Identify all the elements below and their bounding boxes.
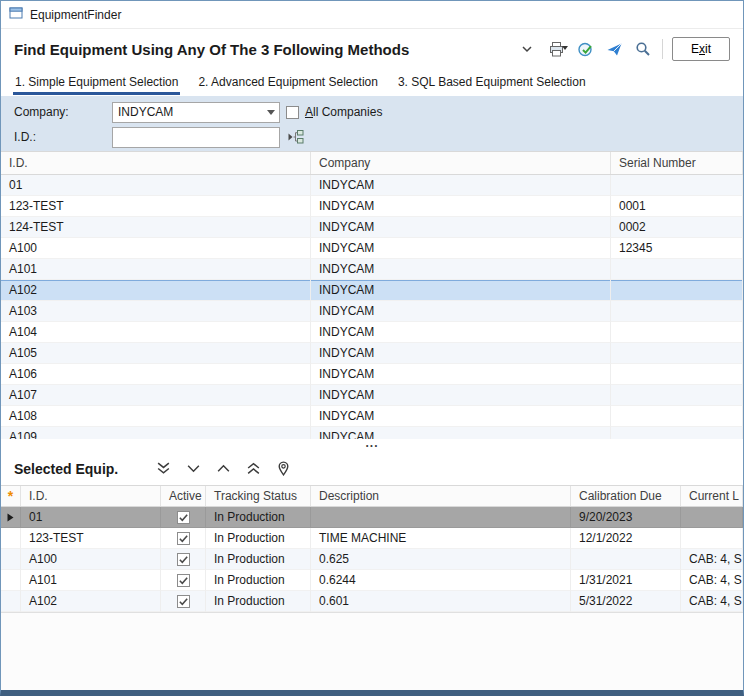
cell-active[interactable] xyxy=(161,549,206,570)
exit-button[interactable]: Exit xyxy=(672,37,730,61)
id-input[interactable] xyxy=(112,127,280,148)
cell-current-location[interactable]: CAB: 4, SH xyxy=(681,570,743,591)
all-companies-checkbox[interactable] xyxy=(286,106,299,119)
cell-active[interactable] xyxy=(161,528,206,549)
equipment-row-A101[interactable]: A101INDYCAM xyxy=(1,259,743,280)
cell-serial-number[interactable] xyxy=(611,175,743,196)
selected-row-A101[interactable]: A101In Production0.62441/31/2021CAB: 4, … xyxy=(1,570,743,591)
move-all-up-icon[interactable] xyxy=(242,458,264,480)
cell-id[interactable]: A102 xyxy=(1,280,311,301)
print-icon[interactable] xyxy=(546,39,566,59)
column-header-company[interactable]: Company xyxy=(311,152,611,174)
chevron-down-icon[interactable] xyxy=(517,39,537,59)
cell-serial-number[interactable] xyxy=(611,322,743,343)
active-checkbox[interactable] xyxy=(177,553,190,566)
cell-serial-number[interactable] xyxy=(611,427,743,439)
cell-id[interactable]: A109 xyxy=(1,427,311,439)
equipment-row-A108[interactable]: A108INDYCAM xyxy=(1,406,743,427)
equipment-row-A106[interactable]: A106INDYCAM xyxy=(1,364,743,385)
cell-description[interactable]: 0.601 xyxy=(311,591,571,612)
cell-description[interactable] xyxy=(311,507,571,528)
column-header-id[interactable]: I.D. xyxy=(21,486,161,506)
cell-company[interactable]: INDYCAM xyxy=(311,364,611,385)
cell-calibration-due[interactable]: 5/31/2022 xyxy=(571,591,681,612)
equipment-row-01[interactable]: 01INDYCAM xyxy=(1,175,743,196)
equipment-row-A100[interactable]: A100INDYCAM12345 xyxy=(1,238,743,259)
grid-splitter-handle[interactable]: ... xyxy=(1,439,743,452)
cell-tracking-status[interactable]: In Production xyxy=(206,507,311,528)
cell-id[interactable]: A105 xyxy=(1,343,311,364)
tab-sql-based-equipment-selection[interactable]: 3. SQL Based Equipment Selection xyxy=(396,71,588,96)
cell-calibration-due[interactable]: 12/1/2022 xyxy=(571,528,681,549)
cell-serial-number[interactable] xyxy=(611,364,743,385)
cell-current-location[interactable]: CAB: 4, SH xyxy=(681,591,743,612)
column-header-id[interactable]: I.D. xyxy=(1,152,311,174)
cell-id[interactable]: 01 xyxy=(1,175,311,196)
cell-serial-number[interactable]: 0001 xyxy=(611,196,743,217)
cell-serial-number[interactable] xyxy=(611,406,743,427)
tab-advanced-equipment-selection[interactable]: 2. Advanced Equipment Selection xyxy=(196,71,379,96)
cell-company[interactable]: INDYCAM xyxy=(311,196,611,217)
cell-company[interactable]: INDYCAM xyxy=(311,175,611,196)
column-header-tracking-status[interactable]: Tracking Status xyxy=(206,486,311,506)
cell-serial-number[interactable]: 0002 xyxy=(611,217,743,238)
cell-calibration-due[interactable]: 1/31/2021 xyxy=(571,570,681,591)
active-checkbox[interactable] xyxy=(177,532,190,545)
selected-row-A100[interactable]: A100In Production0.625CAB: 4, SH xyxy=(1,549,743,570)
selected-row-01[interactable]: 01In Production9/20/2023 xyxy=(1,507,743,528)
cell-id[interactable]: A106 xyxy=(1,364,311,385)
cell-serial-number[interactable] xyxy=(611,301,743,322)
cell-tracking-status[interactable]: In Production xyxy=(206,591,311,612)
cell-serial-number[interactable] xyxy=(611,343,743,364)
cell-company[interactable]: INDYCAM xyxy=(311,280,611,301)
column-header-current-location[interactable]: Current L xyxy=(681,486,743,506)
cell-id[interactable]: A100 xyxy=(1,238,311,259)
column-header-calibration-due[interactable]: Calibration Due xyxy=(571,486,681,506)
cell-id[interactable]: 123-TEST xyxy=(1,196,311,217)
active-checkbox[interactable] xyxy=(177,511,190,524)
cell-id[interactable]: A102 xyxy=(21,591,161,612)
equipment-row-124-TEST[interactable]: 124-TESTINDYCAM0002 xyxy=(1,217,743,238)
cell-description[interactable]: 0.6244 xyxy=(311,570,571,591)
column-header-active[interactable]: Active xyxy=(161,486,206,506)
company-dropdown[interactable]: INDYCAM xyxy=(112,102,280,123)
cell-calibration-due[interactable] xyxy=(571,549,681,570)
cell-calibration-due[interactable]: 9/20/2023 xyxy=(571,507,681,528)
cell-serial-number[interactable] xyxy=(611,280,743,301)
cell-id[interactable]: 01 xyxy=(21,507,161,528)
cell-id[interactable]: A108 xyxy=(1,406,311,427)
cell-company[interactable]: INDYCAM xyxy=(311,217,611,238)
move-down-icon[interactable] xyxy=(182,458,204,480)
cell-serial-number[interactable] xyxy=(611,385,743,406)
cell-company[interactable]: INDYCAM xyxy=(311,322,611,343)
cell-company[interactable]: INDYCAM xyxy=(311,259,611,280)
send-icon[interactable] xyxy=(604,39,624,59)
cell-id[interactable]: A107 xyxy=(1,385,311,406)
cell-current-location[interactable] xyxy=(681,507,743,528)
column-header-serial-number[interactable]: Serial Number xyxy=(611,152,743,174)
cell-id[interactable]: A104 xyxy=(1,322,311,343)
column-header-description[interactable]: Description xyxy=(311,486,571,506)
move-all-down-icon[interactable] xyxy=(152,458,174,480)
cell-description[interactable]: 0.625 xyxy=(311,549,571,570)
cell-tracking-status[interactable]: In Production xyxy=(206,528,311,549)
equipment-row-123-TEST[interactable]: 123-TESTINDYCAM0001 xyxy=(1,196,743,217)
id-lookup-tree-icon[interactable] xyxy=(284,126,306,148)
selected-row-A102[interactable]: A102In Production0.6015/31/2022CAB: 4, S… xyxy=(1,591,743,612)
print-dropdown-arrow-icon[interactable] xyxy=(562,39,568,53)
equipment-row-A104[interactable]: A104INDYCAM xyxy=(1,322,743,343)
cell-id[interactable]: 123-TEST xyxy=(21,528,161,549)
active-checkbox[interactable] xyxy=(177,574,190,587)
cell-active[interactable] xyxy=(161,570,206,591)
cell-company[interactable]: INDYCAM xyxy=(311,301,611,322)
selected-row-123-TEST[interactable]: 123-TESTIn ProductionTIME MACHINE12/1/20… xyxy=(1,528,743,549)
location-pin-icon[interactable] xyxy=(272,458,294,480)
cell-serial-number[interactable]: 12345 xyxy=(611,238,743,259)
cell-serial-number[interactable] xyxy=(611,259,743,280)
check-circle-icon[interactable] xyxy=(575,39,595,59)
equipment-row-A107[interactable]: A107INDYCAM xyxy=(1,385,743,406)
cell-description[interactable]: TIME MACHINE xyxy=(311,528,571,549)
cell-id[interactable]: 124-TEST xyxy=(1,217,311,238)
cell-id[interactable]: A101 xyxy=(21,570,161,591)
cell-id[interactable]: A100 xyxy=(21,549,161,570)
